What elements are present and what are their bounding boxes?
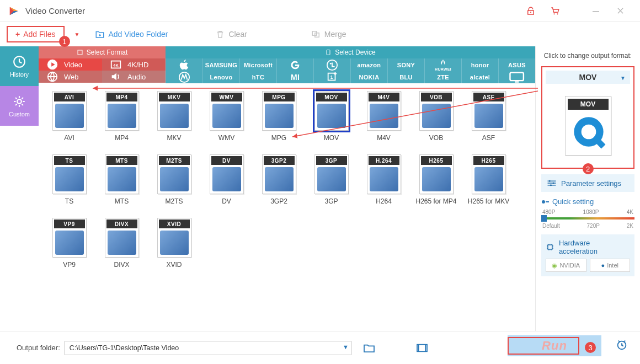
folder-plus-icon [95, 29, 105, 39]
brand-zte[interactable]: ZTE [424, 71, 461, 83]
format-dv[interactable]: DVDV [200, 154, 253, 218]
brand-row-1: SAMSUNGMicrosoftamazonSONYHUAWEIhonorASU… [166, 58, 535, 71]
output-folder-path[interactable]: C:\Users\TG-1\Desktop\Taste Video ▼ [65, 341, 351, 355]
open-output-button[interactable] [412, 341, 432, 355]
format-mpg[interactable]: MPGMPG [253, 91, 305, 154]
brand-lenovo[interactable]: Lenovo [202, 71, 239, 83]
chip-nvidia[interactable]: ◉NVIDIA [546, 259, 586, 272]
cat-hd[interactable]: 4K 4K/HD [102, 58, 166, 71]
add-files-button[interactable]: + Add Files [7, 26, 65, 42]
format-wmv[interactable]: WMVWMV [200, 91, 253, 154]
format-vp9[interactable]: VP9VP9 [43, 218, 95, 281]
sidebar-item-custom[interactable]: Custom [0, 86, 39, 126]
format-mkv[interactable]: MKVMKV [148, 91, 200, 154]
select-device-label: Select Device [335, 49, 375, 56]
chip-intel[interactable]: ●Intel [590, 259, 631, 272]
trash-icon [215, 29, 225, 39]
format-asf[interactable]: ASFASF [462, 91, 515, 154]
format-mts[interactable]: MTSMTS [95, 154, 148, 218]
web-label: Web [64, 73, 79, 81]
cat-audio[interactable]: Audio [102, 71, 166, 83]
quality-slider[interactable] [541, 217, 634, 220]
merge-button[interactable]: Merge [306, 29, 352, 39]
brand-asus[interactable]: ASUS [498, 58, 535, 71]
format-3gp[interactable]: 3GP3GP [305, 154, 358, 218]
brand-honor[interactable]: honor [461, 58, 498, 71]
minimize-button[interactable] [584, 0, 608, 22]
output-format-box[interactable]: MOV ▼ MOV 2 [541, 66, 634, 169]
format-vob[interactable]: VOBVOB [410, 91, 462, 154]
brand-nokia[interactable]: NOKIA [350, 71, 387, 83]
activate-button[interactable] [519, 0, 543, 22]
format-xvid[interactable]: XVIDXVID [148, 218, 200, 281]
brand-row-2: LenovohTCMI1NOKIABLUZTEalcatel [166, 71, 535, 83]
add-video-folder-button[interactable]: Add Video Folder [89, 29, 173, 39]
output-folder-label: Output folder: [17, 344, 60, 352]
brand-samsung[interactable]: SAMSUNG [202, 58, 239, 71]
cat-web[interactable]: Web [39, 71, 102, 83]
path-dropdown-icon[interactable]: ▼ [343, 344, 349, 350]
svg-point-7 [17, 99, 22, 104]
format-divx[interactable]: DIVXDIVX [95, 218, 148, 281]
brand-alcatel[interactable]: alcatel [461, 71, 498, 83]
output-format-name: MOV [579, 73, 597, 82]
add-folder-label: Add Video Folder [108, 30, 168, 39]
callout-1-badge: 1 [59, 36, 70, 47]
brand-lg[interactable] [313, 58, 350, 71]
brand-motorola[interactable] [166, 71, 202, 83]
video-label: Video [64, 61, 82, 69]
clear-label: Clear [228, 30, 247, 39]
quick-setting-label: Quick setting [541, 197, 634, 206]
custom-label: Custom [9, 111, 30, 117]
add-files-dropdown[interactable]: ▼ [74, 31, 80, 38]
open-folder-button[interactable] [359, 341, 379, 355]
brand-google[interactable] [276, 58, 313, 71]
svg-point-23 [549, 180, 551, 182]
format-mp4[interactable]: MP4MP4 [95, 91, 148, 154]
sliders-icon [547, 179, 557, 187]
svg-rect-19 [510, 72, 524, 81]
cat-video[interactable]: Video [39, 58, 102, 71]
chevron-down-icon[interactable]: ▼ [620, 75, 626, 81]
svg-rect-20 [515, 81, 519, 82]
format-m4v[interactable]: M4VM4V [358, 91, 410, 154]
format-h264[interactable]: H.264H264 [358, 154, 410, 218]
brand-htc[interactable]: hTC [239, 71, 276, 83]
close-button[interactable] [608, 0, 632, 22]
select-device-tab[interactable]: Select Device [166, 46, 535, 58]
title-bar: Video Converter [0, 0, 640, 22]
format-3gp2[interactable]: 3GP23GP2 [253, 154, 305, 218]
brand-microsoft[interactable]: Microsoft [239, 58, 276, 71]
preview-tag: MOV [568, 99, 609, 110]
merge-icon [311, 29, 321, 39]
gear-icon [12, 94, 26, 109]
brand-amazon[interactable]: amazon [350, 58, 387, 71]
svg-text:1: 1 [330, 75, 333, 80]
select-format-tab[interactable]: Select Format [39, 46, 166, 58]
brand-apple[interactable] [166, 58, 202, 71]
format-h265-for-mp4[interactable]: H265H265 for MP4 [410, 154, 462, 218]
parameter-settings-button[interactable]: Parameter settings [541, 174, 634, 192]
schedule-button[interactable] [616, 339, 628, 353]
clear-button[interactable]: Clear [210, 29, 252, 39]
brand-xiaomi[interactable]: MI [276, 71, 313, 83]
parameter-settings-label: Parameter settings [561, 179, 621, 188]
format-m2ts[interactable]: M2TSM2TS [148, 154, 200, 218]
brand-oneplus[interactable]: 1 [313, 71, 350, 83]
hd-label: 4K/HD [127, 61, 148, 69]
sidebar-item-history[interactable]: History [0, 46, 39, 86]
format-h265-for-mkv[interactable]: H265H265 for MKV [462, 154, 515, 218]
format-avi[interactable]: AVIAVI [43, 91, 95, 154]
brand-sony[interactable]: SONY [387, 58, 424, 71]
brand-blu[interactable]: BLU [387, 71, 424, 83]
format-mov[interactable]: MOVMOV [305, 91, 358, 154]
brand-huawei[interactable]: HUAWEI [424, 58, 461, 71]
hw-accel-toggle[interactable]: Hardware acceleration [546, 239, 630, 255]
speaker-icon [110, 71, 122, 83]
format-ts[interactable]: TSTS [43, 154, 95, 218]
brand-tv[interactable] [498, 71, 535, 83]
svg-point-24 [553, 183, 554, 184]
content-area: History Custom Select Format Select Devi… [0, 46, 640, 331]
svg-point-26 [542, 200, 545, 204]
cart-button[interactable] [543, 0, 567, 22]
